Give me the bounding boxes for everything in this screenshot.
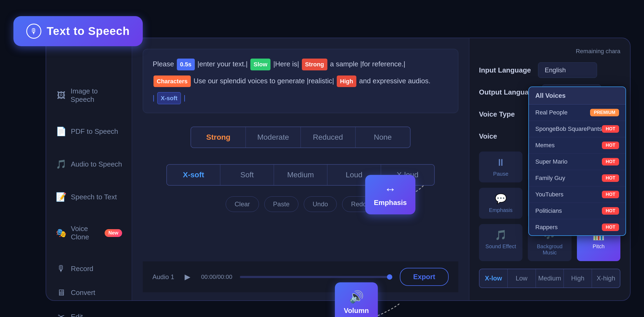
logo-icon: 🎙 (26, 24, 41, 39)
dropdown-super-mario[interactable]: Super Mario HOT (529, 154, 625, 170)
dropdown-youtubers[interactable]: YouTubers HOT (529, 186, 625, 203)
sidebar-item-image-to-speech[interactable]: 🖼 Image to Speech (46, 81, 132, 110)
emphasis-strong[interactable]: Strong (191, 127, 246, 147)
volume-popup-icon: 🔊 (349, 290, 364, 304)
main-area: Please 0.5s |enter your text.| Slow |Her… (132, 38, 469, 300)
pause-icon: ⏸ (496, 157, 506, 168)
badge-hot-7: HOT (602, 224, 619, 231)
dropdown-item-label-4: Family Guy (535, 175, 565, 182)
pitch-xlow[interactable]: X-low (480, 269, 508, 287)
emphasis-none[interactable]: None (356, 127, 410, 147)
volume-popup[interactable]: 🔊 Volumn (335, 282, 378, 317)
sidebar-item-speech-to-text[interactable]: 📝 Speech to Text (46, 186, 132, 208)
emphasis-popup-icon: ↔️ (385, 182, 396, 196)
pdf-icon: 📄 (56, 126, 67, 136)
dropdown-real-people[interactable]: Real People PREMIUM (529, 105, 625, 121)
output-language-label: Output Language (479, 88, 537, 96)
sound-effect-label: Sound Effect (485, 243, 516, 250)
text-sample: a sample |for reference.| (330, 60, 405, 68)
tool-emphasis[interactable]: 💬 Emphasis (479, 188, 522, 219)
badge-hot-2: HOT (602, 142, 619, 149)
dropdown-item-label-6: Politicians (535, 207, 562, 214)
input-language-row: Input Language English (479, 62, 620, 78)
sidebar-label-audio: Audio to Speech (71, 160, 122, 168)
emphasis-popup-label: Emphasis (374, 199, 407, 207)
record-icon: 🎙 (56, 264, 67, 274)
sidebar-label-record: Record (71, 265, 93, 273)
progress-bar[interactable] (240, 276, 392, 278)
sound-effect-icon: 🎵 (495, 229, 507, 241)
sidebar-item-record[interactable]: 🎙 Record (46, 258, 132, 280)
badge-hot-6: HOT (602, 207, 619, 215)
play-button[interactable]: ▶ (182, 271, 193, 283)
editor-line-1: Please 0.5s |enter your text.| Slow |Her… (153, 58, 448, 70)
tag-characters: Characters (153, 75, 191, 87)
badge-hot-4: HOT (602, 174, 619, 182)
dropdown-spongebob[interactable]: SpongeBob SquarePants HOT (529, 121, 625, 137)
voice-label: Voice (479, 132, 533, 141)
progress-dot (387, 274, 392, 280)
volume-soft[interactable]: Soft (220, 165, 274, 185)
pitch-low[interactable]: Low (508, 269, 536, 287)
text-voices: Use our splendid voices to generate |rea… (193, 77, 336, 85)
emphasis-label: Emphasis (489, 207, 513, 213)
edit-icon: ✂ (56, 312, 67, 317)
sidebar-label-convert: Convert (71, 289, 95, 297)
text-editor[interactable]: Please 0.5s |enter your text.| Slow |Her… (143, 49, 458, 113)
badge-premium-0: PREMIUM (590, 109, 619, 116)
dropdown-politicians[interactable]: Politicians HOT (529, 203, 625, 219)
badge-hot-5: HOT (602, 191, 619, 198)
audio-icon: 🎵 (56, 159, 67, 169)
input-language-value[interactable]: English (538, 62, 597, 78)
sidebar-item-voice-clone[interactable]: 🎭 Voice Clone New (46, 219, 132, 247)
tag-strong: Strong (302, 59, 327, 70)
pitch-xhigh[interactable]: X-high (592, 269, 620, 287)
dropdown-header: All Voices (529, 87, 625, 105)
badge-hot-1: HOT (602, 125, 619, 133)
tool-sound-effect[interactable]: 🎵 Sound Effect (479, 224, 522, 261)
pitch-high[interactable]: High (564, 269, 592, 287)
emphasis-popup[interactable]: ↔️ Emphasis (365, 175, 415, 214)
pitch-medium[interactable]: Medium (536, 269, 564, 287)
time-display: 00:00/00:00 (201, 273, 232, 280)
sidebar-item-convert[interactable]: 🖥 Convert (46, 282, 132, 304)
image-icon: 🖼 (56, 91, 66, 100)
speech-text-icon: 📝 (56, 192, 67, 202)
clear-button[interactable]: Clear (226, 196, 259, 212)
emphasis-reduced[interactable]: Reduced (301, 127, 356, 147)
sidebar-item-pdf-to-speech[interactable]: 📄 PDF to Speech (46, 120, 132, 142)
volume-medium[interactable]: Medium (274, 165, 327, 185)
input-language-label: Input Language (479, 66, 533, 74)
text-expressive: and expressive audios. (359, 77, 430, 85)
dropdown-item-label-5: YouTubers (535, 191, 564, 198)
sidebar-label-pdf: PDF to Speech (71, 127, 118, 136)
background-music-label: Backgroud Music (532, 243, 567, 256)
voice-type-label: Voice Type (479, 110, 533, 118)
sidebar-item-edit[interactable]: ✂ Edit (46, 306, 132, 317)
paste-button[interactable]: Paste (264, 196, 298, 212)
export-button[interactable]: Export (400, 268, 449, 286)
emphasis-section: ↔️ Emphasis Strong (143, 121, 458, 153)
volume-xsoft[interactable]: X-soft (167, 165, 220, 185)
dropdown-family-guy[interactable]: Family Guy HOT (529, 170, 625, 186)
app-window: 🖼 Image to Speech 📄 PDF to Speech 🎵 Audi… (46, 38, 631, 301)
undo-button[interactable]: Undo (304, 196, 337, 212)
dropdown-rappers[interactable]: Rappers HOT (529, 219, 625, 235)
dropdown-item-label-7: Rappers (535, 224, 558, 231)
emphasis-selector: Strong Moderate Reduced None (191, 127, 411, 148)
cursor-marker: | (153, 94, 156, 102)
logo-card: 🎙 Text to Speech (13, 16, 143, 46)
tool-pause[interactable]: ⏸ Pause (479, 152, 522, 182)
tag-xsoft: X-soft (157, 92, 181, 105)
emphasis-moderate[interactable]: Moderate (246, 127, 301, 147)
dropdown-memes[interactable]: Memes HOT (529, 137, 625, 154)
sidebar-label-image-to-speech: Image to Speech (71, 87, 122, 104)
badge-hot-3: HOT (602, 158, 619, 165)
sidebar-label-edit: Edit (71, 313, 83, 317)
dropdown-item-label-3: Super Mario (535, 158, 568, 165)
editor-line-3: | X-soft | (153, 92, 448, 105)
tag-high: High (337, 75, 356, 87)
sidebar-item-audio-to-speech[interactable]: 🎵 Audio to Speech (46, 153, 132, 175)
tag-slow: Slow (250, 59, 270, 70)
text-please: Please (153, 60, 176, 68)
